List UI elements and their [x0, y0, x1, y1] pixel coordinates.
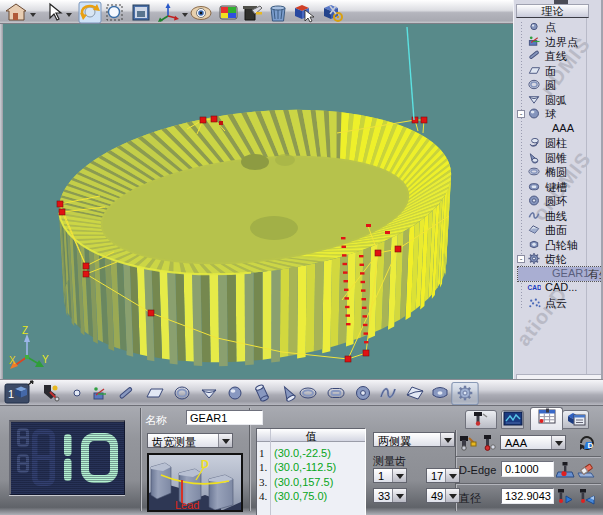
svg-text:D: D: [588, 441, 594, 450]
svg-text:Z: Z: [22, 325, 28, 336]
svg-text:X: X: [9, 355, 16, 366]
svg-text:Lead: Lead: [175, 499, 199, 510]
svg-text:CAD: CAD: [528, 284, 542, 291]
svg-text:Y: Y: [42, 354, 49, 365]
svg-text:D: D: [201, 458, 209, 470]
svg-text:1: 1: [8, 388, 14, 400]
